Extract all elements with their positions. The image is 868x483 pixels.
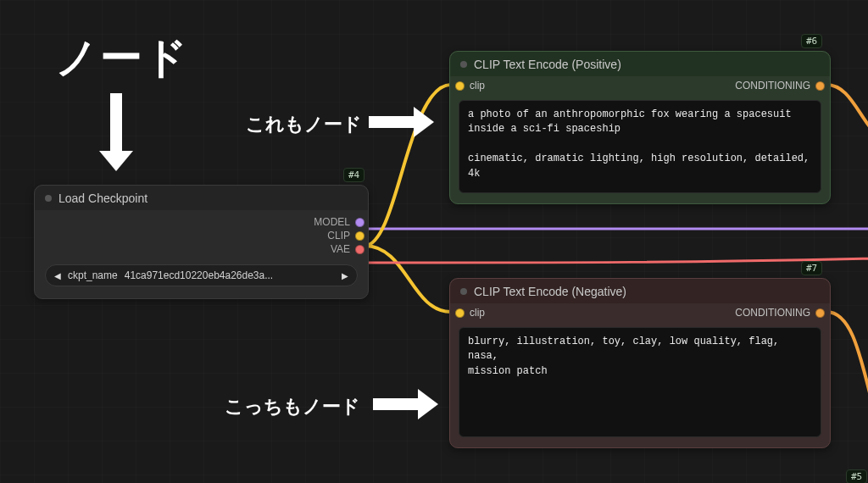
input-port-clip[interactable]: clip [455,307,485,319]
port-dot-clip-icon[interactable] [455,81,465,91]
node-tag-7: #7 [801,261,822,275]
node-clip-negative[interactable]: CLIP Text Encode (Negative) clip CONDITI… [449,278,831,448]
arrow-down-main [110,93,122,153]
node-title-text: CLIP Text Encode (Negative) [474,285,626,298]
node-title[interactable]: CLIP Text Encode (Negative) [450,279,830,303]
node-title[interactable]: Load Checkpoint [35,186,368,210]
collapse-dot-icon[interactable] [460,288,467,295]
io-row: clip CONDITIONING [450,76,830,97]
collapse-dot-icon[interactable] [460,61,467,68]
output-label: CONDITIONING [735,80,810,92]
port-dot-model-icon[interactable] [355,218,364,227]
output-port-conditioning[interactable]: CONDITIONING [735,80,825,92]
port-label: MODEL [314,216,350,228]
output-label: CONDITIONING [735,307,810,319]
param-label: ckpt_name [68,269,118,281]
port-clip[interactable]: CLIP [327,229,364,242]
param-value: 41ca971ecd10220eb4a26de3a... [125,269,335,281]
node-clip-positive[interactable]: CLIP Text Encode (Positive) clip CONDITI… [449,51,831,204]
annotation-also2: こっちもノード [225,394,360,419]
node-tag-4: #4 [343,168,364,182]
port-dot-conditioning-icon[interactable] [815,81,825,91]
port-label: VAE [331,243,350,255]
ckpt-name-selector[interactable]: ◀ ckpt_name 41ca971ecd10220eb4a26de3a...… [45,264,358,286]
node-title[interactable]: CLIP Text Encode (Positive) [450,52,830,76]
annotation-also1: これもノード [246,112,362,137]
node-title-text: Load Checkpoint [58,192,147,205]
port-vae[interactable]: VAE [331,242,364,256]
port-label: CLIP [327,230,350,242]
input-label: clip [470,80,485,92]
annotation-main: ノード [55,30,189,86]
prompt-textarea[interactable]: blurry, illustration, toy, clay, low qua… [459,327,821,437]
output-ports: MODEL CLIP VAE [35,210,368,261]
input-port-clip[interactable]: clip [455,80,485,92]
node-title-text: CLIP Text Encode (Positive) [474,58,621,71]
port-dot-vae-icon[interactable] [355,245,364,254]
prompt-textarea[interactable]: a photo of an anthropomorphic fox wearin… [459,100,821,193]
port-dot-clip-icon[interactable] [455,308,465,318]
arrow-right-1 [369,116,415,128]
input-label: clip [470,307,485,319]
chevron-left-icon[interactable]: ◀ [54,271,61,280]
arrow-right-2 [373,398,420,410]
port-dot-clip-icon[interactable] [355,231,364,241]
port-dot-conditioning-icon[interactable] [815,308,825,318]
chevron-right-icon[interactable]: ▶ [342,271,348,280]
io-row: clip CONDITIONING [450,303,830,324]
node-load-checkpoint[interactable]: Load Checkpoint MODEL CLIP VAE ◀ ckpt_na… [34,185,369,299]
node-tag-6: #6 [801,34,822,48]
collapse-dot-icon[interactable] [45,195,52,202]
node-tag-5: #5 [846,469,867,483]
port-model[interactable]: MODEL [314,215,364,229]
output-port-conditioning[interactable]: CONDITIONING [735,307,825,319]
